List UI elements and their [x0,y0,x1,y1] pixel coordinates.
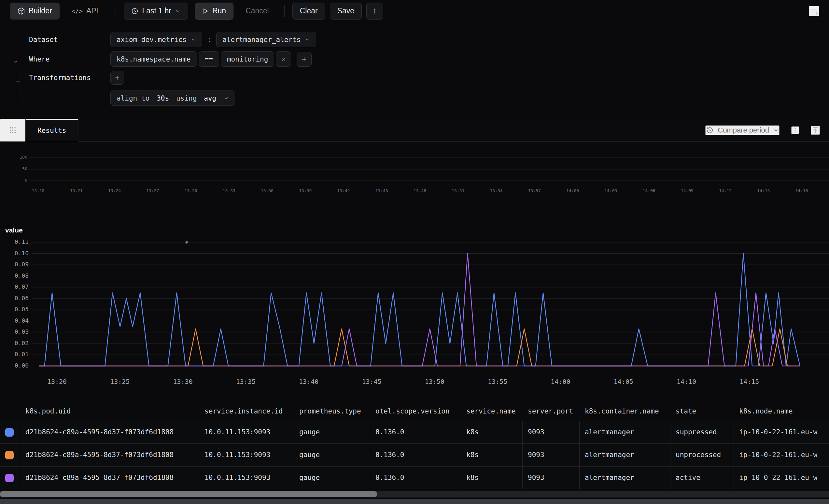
mini-x-tick: 14:09 [681,188,693,193]
main-x-tick: 13:35 [236,378,256,386]
series-color-swatch[interactable] [5,451,14,459]
compare-period-button[interactable]: Compare period [705,125,780,135]
chevron-down-icon [773,127,779,133]
cancel-label: Cancel [246,6,269,15]
table-cell: ip-10-0-22-161.eu-w [734,444,829,466]
main-y-tick: 0.10 [3,250,29,257]
table-header-cell: service.name [461,401,522,421]
horizontal-scrollbar-track[interactable] [0,491,829,498]
mini-x-tick: 14:00 [566,188,579,193]
table-cell-swatch [0,421,20,443]
page-scrollbar[interactable] [0,499,829,504]
metric-value: alertmanager_alerts [222,36,300,44]
main-y-tick: 0.03 [3,328,29,335]
mini-x-tick: 14:15 [757,188,770,193]
plus-icon [301,56,308,63]
filter-field-value: k8s.namespace.name [116,56,191,63]
run-button[interactable]: Run [195,3,233,20]
toolbar: Builder </> APL Last 1 hr Run Cancel [0,0,829,22]
mini-x-tick: 13:42 [337,188,350,193]
main-y-tick: 0.11 [3,238,29,245]
filter-field-chip[interactable]: k8s.namespace.name [110,51,197,67]
more-options-button[interactable] [366,3,383,20]
clock-icon [131,7,138,15]
series-color-swatch[interactable] [5,428,14,437]
table-cell: ip-10-0-22-161.eu-w [734,421,829,443]
chevron-down-icon [304,37,310,42]
dataset-select[interactable]: axiom-dev.metrics [110,32,202,47]
mini-y-tick: 0 [0,178,27,183]
cube-icon [17,7,25,15]
chevron-down-icon [175,8,181,14]
collapse-panel-button[interactable] [811,126,820,135]
mini-x-tick: 14:18 [795,188,808,193]
mini-x-tick: 13:24 [108,188,121,193]
align-row: align to 30s using avg [0,91,829,106]
kebab-icon [792,127,798,134]
clear-button[interactable]: Clear [292,3,325,20]
table-header-swatch-spacer [0,401,20,421]
table-cell: d21b8624-c89a-4595-8d37-f073df6d1808 [20,444,199,466]
tab-results[interactable]: Results [25,119,78,142]
where-label: Where [29,56,110,63]
table-cell: gauge [294,421,370,443]
main-x-tick: 14:10 [677,378,696,386]
mini-x-tick: 13:48 [413,188,426,193]
main-x-tick: 13:55 [488,378,507,386]
main-x-tick: 14:15 [740,378,759,386]
compare-period-label: Compare period [718,126,769,135]
panel-layout-button[interactable] [0,119,25,142]
align-prefix: align to [116,95,149,102]
table-cell: alertmanager [580,467,671,489]
mini-x-tick: 13:39 [299,188,312,193]
dataset-metric-separator: : [207,35,211,44]
main-y-tick: 0.09 [3,261,29,267]
align-middle: using [176,95,197,102]
series-line-unprocessed [39,329,800,366]
table-row[interactable]: d21b8624-c89a-4595-8d37-f073df6d180810.0… [0,467,829,489]
collapse-up-icon [812,126,819,134]
align-function: avg [204,95,216,102]
align-settings-chip[interactable]: align to 30s using avg [110,91,235,106]
results-options-button[interactable] [791,126,799,134]
overview-timeline-chart[interactable]: 100500 13:1813:2113:2413:2713:3013:3313:… [0,146,829,200]
value-chart[interactable]: value 0.110.100.090.080.070.060.050.040.… [0,225,829,397]
filter-operator-chip[interactable]: == [199,51,219,67]
builder-tab-button[interactable]: Builder [10,3,60,20]
add-transformation-button[interactable] [110,71,124,85]
history-icon [706,126,714,134]
table-cell: k8s [461,467,522,489]
table-row[interactable]: d21b8624-c89a-4595-8d37-f073df6d180810.0… [0,421,829,444]
table-cell: alertmanager [580,421,671,443]
main-x-tick: 14:05 [614,378,633,386]
chevron-down-icon [190,37,196,42]
table-header-cell: k8s.node.name [734,401,829,421]
metric-select[interactable]: alertmanager_alerts [216,32,316,47]
table-header-cell: state [671,401,734,421]
table-cell: gauge [294,444,370,466]
main-y-tick: 0.06 [3,295,29,301]
main-x-tick: 13:45 [362,378,381,386]
series-color-swatch[interactable] [5,474,14,482]
add-filter-button[interactable] [297,52,312,67]
mini-x-tick: 13:36 [261,188,274,193]
time-range-dropdown[interactable]: Last 1 hr [124,3,188,20]
main-y-tick: 0.08 [3,272,29,279]
dataset-row: Dataset axiom-dev.metrics : alertmanager… [0,32,829,47]
main-x-tick: 14:00 [551,378,570,386]
table-cell: k8s [461,444,522,466]
table-header-row: k8s.pod.uidservice.instance.idprometheus… [0,401,829,421]
transformations-label: Transformations [29,74,110,82]
results-header: Results Compare period [0,119,829,142]
table-row[interactable]: d21b8624-c89a-4595-8d37-f073df6d180810.0… [0,444,829,467]
apl-tab-button[interactable]: </> APL [64,3,108,20]
mini-x-tick: 13:45 [375,188,388,193]
main-y-tick: 0.07 [3,283,29,290]
query-list-button[interactable] [809,6,819,16]
dataset-label: Dataset [29,36,110,44]
remove-filter-button[interactable] [276,51,291,67]
cancel-button[interactable]: Cancel [238,3,277,20]
save-button[interactable]: Save [330,3,362,20]
filter-value-chip[interactable]: monitoring [221,51,274,67]
horizontal-scrollbar-thumb[interactable] [0,491,377,497]
